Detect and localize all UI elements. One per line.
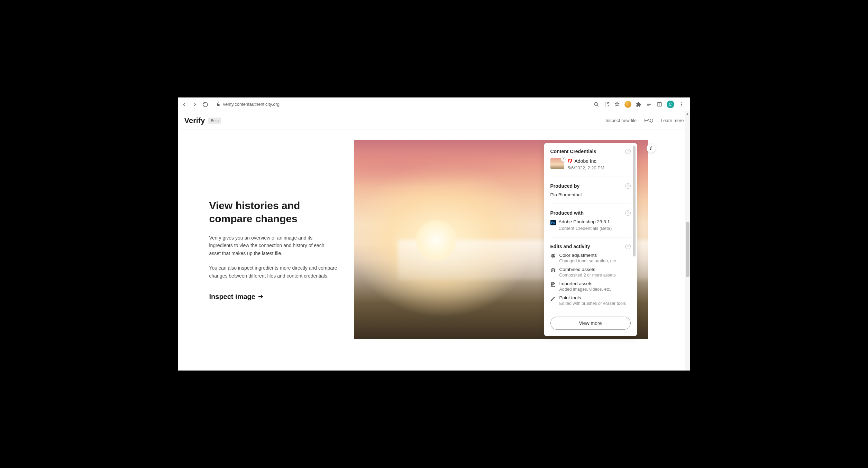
activity-item: Color adjustmentsChanged tone, saturatio… bbox=[550, 253, 631, 263]
sidepanel-icon[interactable] bbox=[656, 101, 663, 107]
activity-title: Color adjustments bbox=[559, 253, 617, 258]
browser-toolbar: verify.contentauthenticity.org C bbox=[178, 97, 690, 111]
forward-button[interactable] bbox=[192, 102, 198, 107]
svg-rect-1 bbox=[657, 102, 661, 106]
activity-subtitle: Changed tone, saturation, etc. bbox=[559, 259, 617, 263]
hero-paragraph-2: You can also inspect ingredients more di… bbox=[209, 264, 337, 280]
produced-with-title: Produced with bbox=[550, 210, 584, 216]
color-adjustments-icon bbox=[550, 253, 556, 259]
page-scrollbar: ▲ bbox=[685, 111, 690, 371]
activity-title: Paint tools bbox=[559, 295, 626, 300]
content-credentials-panel: Content Credentials ? i bbox=[544, 143, 637, 336]
image-stage: i Content Credentials ? i bbox=[351, 130, 690, 371]
adobe-logo-icon bbox=[568, 159, 573, 163]
back-button[interactable] bbox=[182, 102, 187, 107]
activity-subtitle: Added images, videos, etc. bbox=[559, 287, 611, 292]
stage-inner: i Content Credentials ? i bbox=[354, 140, 648, 339]
brand: Verify Beta bbox=[184, 116, 221, 125]
view-more-button[interactable]: View more bbox=[550, 317, 631, 330]
issuer-name: Adobe Inc. bbox=[575, 158, 598, 164]
thumbnail-info-badge: i bbox=[561, 157, 566, 162]
nav-buttons bbox=[182, 102, 208, 107]
address-bar[interactable]: verify.contentauthenticity.org bbox=[212, 102, 589, 107]
activity-item: Imported assetsAdded images, videos, etc… bbox=[550, 281, 631, 292]
produced-with-row: Ps Adobe Photoshop 23.3.1 Content Creden… bbox=[550, 219, 631, 231]
svg-point-4 bbox=[681, 105, 682, 106]
inspect-image-link[interactable]: Inspect image bbox=[209, 293, 264, 301]
divider bbox=[550, 204, 631, 204]
main-content: View histories and compare changes Verif… bbox=[178, 130, 690, 371]
activity-title: Combined assets bbox=[559, 267, 616, 272]
edits-activity-title: Edits and activity bbox=[550, 244, 590, 249]
paint-tools-icon bbox=[550, 296, 556, 301]
activity-subtitle: Edited with brushes or eraser tools bbox=[559, 301, 626, 306]
chrome-actions: C bbox=[593, 101, 687, 108]
photoshop-icon: Ps bbox=[550, 220, 556, 225]
view-more-wrap: View more bbox=[544, 312, 637, 336]
inspect-image-label: Inspect image bbox=[209, 293, 255, 301]
svg-point-3 bbox=[681, 104, 682, 104]
reload-button[interactable] bbox=[202, 102, 208, 107]
produced-by-value: Pia Blumenthal bbox=[550, 192, 631, 197]
panel-scrollbar-track bbox=[633, 146, 636, 308]
bookmark-star-icon[interactable] bbox=[614, 101, 620, 107]
produced-by-title: Produced by bbox=[550, 183, 580, 189]
zoom-icon[interactable] bbox=[593, 101, 600, 107]
profile-avatar[interactable]: C bbox=[667, 101, 674, 108]
divider bbox=[550, 237, 631, 237]
site-header: Verify Beta Inspect new file FAQ Learn m… bbox=[178, 111, 690, 130]
issuer-name-row: Adobe Inc. bbox=[568, 158, 604, 164]
panel-title: Content Credentials bbox=[550, 149, 596, 154]
produced-with-sub: Content Credentials (Beta) bbox=[559, 226, 612, 231]
nav-faq[interactable]: FAQ bbox=[644, 118, 653, 123]
share-icon[interactable] bbox=[604, 101, 610, 107]
beta-badge: Beta bbox=[208, 118, 221, 124]
help-icon[interactable]: ? bbox=[625, 183, 631, 189]
svg-point-2 bbox=[681, 102, 682, 103]
activity-item: Paint toolsEdited with brushes or eraser… bbox=[550, 295, 631, 306]
combined-assets-icon bbox=[550, 268, 556, 273]
credential-thumbnail: i bbox=[550, 158, 564, 169]
reading-list-icon[interactable] bbox=[646, 101, 652, 107]
header-nav: Inspect new file FAQ Learn more bbox=[605, 118, 684, 123]
activity-title: Imported assets bbox=[559, 281, 611, 286]
cookie-extension-icon[interactable] bbox=[624, 101, 631, 108]
page-scrollbar-thumb[interactable] bbox=[686, 222, 689, 277]
hero-title: View histories and compare changes bbox=[209, 199, 337, 225]
hero-paragraph-1: Verify gives you an overview of an image… bbox=[209, 234, 337, 257]
help-icon[interactable]: ? bbox=[625, 244, 631, 249]
help-icon[interactable]: ? bbox=[625, 149, 631, 154]
info-badge-button[interactable]: i bbox=[647, 144, 656, 153]
activity-item: Combined assetsComposited 2 or more asse… bbox=[550, 267, 631, 278]
help-icon[interactable]: ? bbox=[625, 210, 631, 216]
url-text: verify.contentauthenticity.org bbox=[223, 102, 280, 107]
imported-assets-icon bbox=[550, 282, 556, 287]
activity-subtitle: Composited 2 or more assets bbox=[559, 273, 616, 278]
produced-with-app: Adobe Photoshop 23.3.1 bbox=[559, 219, 612, 224]
sun-graphic bbox=[415, 220, 457, 261]
arrow-right-icon bbox=[257, 293, 264, 300]
kebab-menu-icon[interactable] bbox=[678, 101, 685, 107]
nav-inspect-new-file[interactable]: Inspect new file bbox=[605, 118, 637, 123]
lock-icon bbox=[216, 102, 220, 106]
issuer-date: 5/6/2022, 2:20 PM bbox=[568, 165, 604, 170]
extensions-icon[interactable] bbox=[636, 101, 642, 107]
divider bbox=[550, 177, 631, 177]
panel-scrollbar-thumb[interactable] bbox=[633, 146, 636, 256]
credentials-scroll-area[interactable]: Content Credentials ? i bbox=[544, 143, 637, 312]
issuer-row: i Adobe Inc. 5/6/2022, 2:20 PM bbox=[550, 158, 631, 170]
brand-title: Verify bbox=[184, 116, 205, 125]
scroll-up-icon[interactable]: ▲ bbox=[686, 112, 689, 115]
nav-learn-more[interactable]: Learn more bbox=[661, 118, 684, 123]
hero-panel: View histories and compare changes Verif… bbox=[178, 130, 351, 371]
browser-window: verify.contentauthenticity.org C Verify … bbox=[178, 97, 690, 371]
